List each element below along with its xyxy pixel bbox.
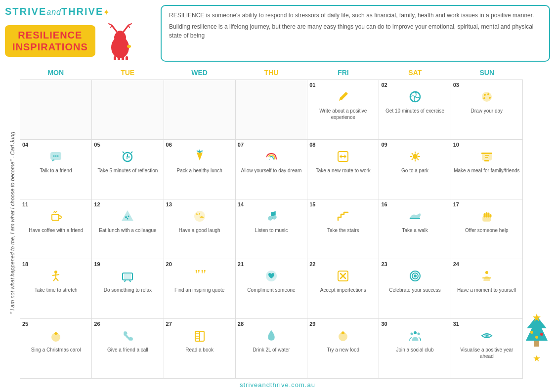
svg-rect-52 xyxy=(481,153,492,154)
target-icon xyxy=(408,269,422,285)
header-tue: TUE xyxy=(91,67,163,78)
cell-number: 04 xyxy=(22,142,28,148)
svg-point-109 xyxy=(486,335,488,337)
pizza-icon xyxy=(121,209,134,225)
heart-icon xyxy=(264,269,278,285)
cell-label: Visualise a positive year ahead xyxy=(453,347,520,359)
cell-number: 21 xyxy=(238,261,244,267)
info-text-2: Building resilience is a lifelong journe… xyxy=(169,22,542,40)
cal-cell-12: 12Eat lunch with a colleague xyxy=(92,199,164,259)
cell-number: 15 xyxy=(309,201,315,207)
cell-number: 03 xyxy=(453,82,459,88)
cal-cell-03: 03Draw your day xyxy=(451,80,523,140)
header: STRIVEandTHRIVE✦ RESILIENCE INSPIRATIONS xyxy=(5,5,550,62)
cal-cell-22: 22Accept imperfections xyxy=(307,259,379,319)
svg-point-58 xyxy=(125,216,127,218)
volleyball-icon xyxy=(408,90,422,106)
svg-rect-70 xyxy=(486,212,487,217)
logo-section: STRIVEandTHRIVE✦ RESILIENCE INSPIRATIONS xyxy=(5,5,153,62)
svg-line-49 xyxy=(417,153,419,155)
svg-point-20 xyxy=(487,93,489,95)
cell-number: 11 xyxy=(22,201,28,207)
chat-icon xyxy=(49,150,63,165)
svg-point-60 xyxy=(127,218,128,220)
cal-cell-31: 31Visualise a positive year ahead xyxy=(451,319,523,379)
meditate-icon xyxy=(480,269,494,285)
svg-line-76 xyxy=(53,278,56,281)
cal-cell-26: 26Give a friend a call xyxy=(92,319,164,379)
cell-label: Listen to music xyxy=(255,227,288,234)
svg-rect-4 xyxy=(122,56,124,60)
svg-point-101 xyxy=(339,333,347,341)
stretch-icon xyxy=(49,269,63,285)
cal-cell-09: 09Go to a park xyxy=(379,140,451,199)
cal-cell-empty-1 xyxy=(92,80,164,140)
svg-line-9 xyxy=(109,24,112,25)
cell-label: Get 10 minutes of exercise xyxy=(385,108,444,114)
cross-icon xyxy=(336,269,350,285)
cell-label: Drink 2L of water xyxy=(253,347,290,353)
svg-text:Z: Z xyxy=(126,156,128,159)
cell-number: 16 xyxy=(381,201,387,207)
svg-point-59 xyxy=(128,216,129,217)
cell-number: 24 xyxy=(453,261,459,267)
cal-cell-empty-3 xyxy=(236,80,307,140)
deer-icon xyxy=(100,20,135,62)
cell-number: 30 xyxy=(381,321,387,327)
cal-cell-16: 16Take a walk xyxy=(379,199,451,259)
cal-cell-19: 19Do something to relax xyxy=(92,259,164,319)
svg-text:": " xyxy=(201,269,206,282)
cell-number: 27 xyxy=(166,321,172,327)
cell-number: 18 xyxy=(22,261,28,267)
stairs-icon xyxy=(336,209,350,225)
cell-label: Offer someone help xyxy=(465,227,509,234)
cell-label: Take 5 minutes of reflection xyxy=(98,167,158,174)
svg-point-73 xyxy=(54,271,57,274)
cal-cell-empty-0 xyxy=(20,80,92,140)
tv-icon xyxy=(121,269,134,285)
cell-number: 08 xyxy=(309,142,315,148)
cal-cell-04: 04Talk to a friend xyxy=(20,140,92,199)
phone-icon xyxy=(121,329,134,345)
cal-cell-11: 11Have coffee with a friend xyxy=(20,199,92,259)
cal-cell-13: 13HAHAHave a good laugh xyxy=(164,199,236,259)
cell-number: 28 xyxy=(238,321,244,327)
header-sun: SUN xyxy=(451,67,523,78)
cell-label: Give a friend a call xyxy=(107,347,148,353)
svg-line-13 xyxy=(128,25,129,28)
hand-icon xyxy=(480,209,494,225)
header-wed: WED xyxy=(164,67,235,78)
calendar-grid: 01Write about a positive experience02Get… xyxy=(20,79,523,379)
book-icon xyxy=(193,329,207,345)
cell-number: 09 xyxy=(381,142,387,148)
header-mon: MON xyxy=(20,67,91,78)
cal-cell-18: 18Take time to stretch xyxy=(20,259,92,319)
music-icon xyxy=(264,209,278,225)
cell-label: Join a social club xyxy=(396,347,433,353)
cal-cell-08: 08Take a new route to work xyxy=(307,140,379,199)
cell-label: Write about a positive experience xyxy=(309,108,377,120)
svg-point-19 xyxy=(484,94,486,96)
cal-cell-25: 25Sing a Christmas carol xyxy=(20,319,92,379)
cal-cell-02: 02Get 10 minutes of exercise xyxy=(379,80,451,140)
quote-icon: "" xyxy=(193,269,207,285)
info-box: RESILIENCE is someone's ability to respo… xyxy=(161,5,550,62)
svg-line-33 xyxy=(131,152,132,153)
cal-cell-23: 23Celebrate your success xyxy=(379,259,451,319)
cell-label: Take time to stretch xyxy=(35,287,78,293)
cal-cell-27: 27Read a book xyxy=(164,319,236,379)
cell-number: 05 xyxy=(94,142,100,148)
cell-number: 10 xyxy=(453,142,459,148)
cell-number: 07 xyxy=(238,142,244,148)
cell-label: Celebrate your success xyxy=(389,287,441,293)
svg-line-75 xyxy=(52,274,59,275)
cell-label: Have a good laugh xyxy=(179,227,220,234)
cell-number: 01 xyxy=(309,82,315,88)
svg-point-107 xyxy=(417,333,420,335)
cell-label: Go to a park xyxy=(401,167,428,174)
svg-text:HA: HA xyxy=(200,216,204,219)
svg-marker-34 xyxy=(197,153,203,160)
day-headers: MON TUE WED THU FRI SAT SUN xyxy=(20,67,523,78)
cal-cell-14: 14Listen to music xyxy=(236,199,307,259)
cell-label: Pack a healthy lunch xyxy=(177,167,222,174)
